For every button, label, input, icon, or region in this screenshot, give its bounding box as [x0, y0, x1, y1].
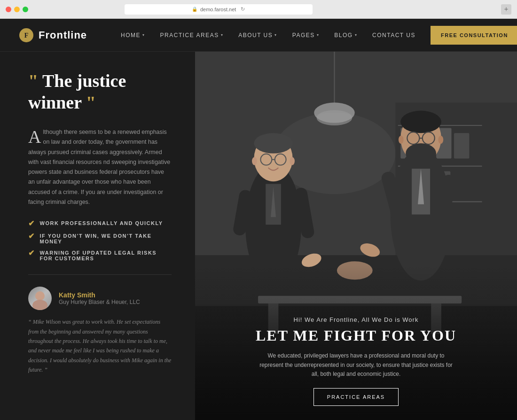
svg-point-39	[406, 143, 436, 163]
quote-mark-close: "	[86, 93, 96, 112]
logo-icon: F	[19, 28, 34, 43]
nav-item-home[interactable]: HOME ▾	[115, 28, 151, 42]
svg-text:F: F	[24, 32, 29, 39]
refresh-icon[interactable]: ↻	[241, 6, 245, 12]
author-name: Katty Smith	[59, 291, 140, 299]
checklist-item: ✔ WORK PROFESSIONALLY AND QUICKLY	[28, 220, 172, 227]
author-company: Guy Hurley Blaser & Heuer, LLC	[59, 299, 140, 305]
close-button[interactable]	[6, 7, 11, 12]
quote-mark: "	[28, 71, 38, 91]
divider	[28, 274, 172, 275]
logo[interactable]: F Frontline	[19, 28, 87, 43]
nav-item-contact-us[interactable]: CONTACT US	[367, 28, 421, 42]
svg-point-2	[35, 291, 45, 301]
testimonial-text: “ Mike Wilson was great to work with. He…	[28, 317, 172, 374]
chevron-down-icon: ▾	[355, 33, 358, 37]
avatar	[28, 287, 52, 310]
left-panel: " The justicewinner " Although there see…	[0, 52, 195, 420]
hero-heading: LET ME FIGHT FOR YOU	[214, 327, 498, 344]
nav-item-practice-areas[interactable]: PRACTICE AREAS ▾	[155, 28, 229, 42]
nav-links: HOME ▾ PRACTICE AREAS ▾ ABOUT US ▾ PAGES…	[115, 28, 421, 42]
chevron-down-icon: ▾	[317, 33, 320, 37]
practice-areas-button[interactable]: PRACTICE AREAS	[313, 388, 399, 406]
chevron-down-icon: ▾	[221, 33, 224, 37]
checklist-item: ✔ IF YOU DON’T WIN, WE DON’T TAKE MONEY	[28, 233, 172, 244]
svg-point-29	[252, 157, 257, 165]
drop-cap: A	[28, 129, 41, 144]
address-bar[interactable]: 🔒 demo.farost.net ↻	[125, 4, 313, 15]
navbar: F Frontline HOME ▾ PRACTICE AREAS ▾ ABOU…	[0, 19, 517, 52]
lock-icon: 🔒	[192, 7, 197, 12]
hero-subtitle: Hi! We Are Frontline, All We Do is Work	[214, 316, 498, 323]
checklist: ✔ WORK PROFESSIONALLY AND QUICKLY ✔ IF Y…	[28, 220, 172, 261]
consultation-button[interactable]: FREE CONSULTATION	[431, 26, 517, 45]
author-info: Katty Smith Guy Hurley Blaser & Heuer, L…	[59, 291, 140, 305]
minimize-button[interactable]	[14, 7, 20, 12]
hero-overlay: Hi! We Are Frontline, All We Do is Work …	[195, 302, 517, 420]
testimonial-author: Katty Smith Guy Hurley Blaser & Heuer, L…	[28, 287, 172, 310]
logo-text: Frontline	[39, 29, 87, 41]
check-icon: ✔	[28, 233, 35, 240]
nav-item-blog[interactable]: BLOG ▾	[329, 28, 363, 42]
traffic-lights	[6, 7, 28, 12]
chevron-down-icon: ▾	[274, 33, 277, 37]
new-tab-button[interactable]: +	[501, 4, 511, 15]
main-content: " The justicewinner " Although there see…	[0, 52, 517, 420]
svg-point-38	[400, 111, 441, 133]
hero-description: We educated, privileged lawyers have a p…	[258, 351, 455, 379]
nav-item-pages[interactable]: PAGES ▾	[287, 28, 325, 42]
checklist-item: ✔ WARNING OF UPDATED LEGAL RISKS FOR CUS…	[28, 250, 172, 261]
url-text: demo.farost.net	[200, 7, 236, 12]
right-panel: Hi! We Are Frontline, All We Do is Work …	[195, 52, 517, 420]
avatar-image	[28, 287, 52, 310]
svg-point-25	[254, 133, 292, 153]
check-icon: ✔	[28, 249, 35, 257]
svg-point-30	[290, 157, 295, 165]
svg-point-3	[32, 300, 47, 310]
hero-title: " The justicewinner "	[28, 70, 172, 113]
chevron-down-icon: ▾	[142, 33, 145, 37]
nav-item-about-us[interactable]: ABOUT US ▾	[233, 28, 283, 42]
svg-rect-14	[454, 133, 469, 158]
browser-chrome: 🔒 demo.farost.net ↻ +	[0, 0, 517, 19]
check-icon: ✔	[28, 220, 35, 227]
website: F Frontline HOME ▾ PRACTICE AREAS ▾ ABOU…	[0, 19, 517, 420]
svg-point-43	[399, 136, 404, 144]
svg-point-44	[438, 136, 443, 144]
hero-body-text: Although there seems to be a renewed emp…	[28, 127, 172, 207]
maximize-button[interactable]	[23, 7, 28, 12]
